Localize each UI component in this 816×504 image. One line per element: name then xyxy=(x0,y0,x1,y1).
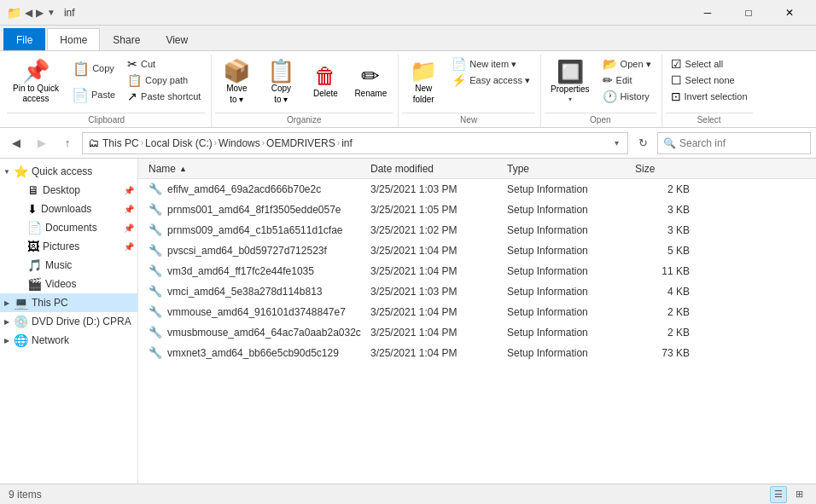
sidebar-item-videos[interactable]: 🎬 Videos xyxy=(0,275,137,293)
move-to-button[interactable]: 📦 Move to ▾ xyxy=(215,56,258,107)
file-type: Setup Information xyxy=(500,245,628,257)
col-header-date[interactable]: Date modified xyxy=(364,159,500,178)
properties-button[interactable]: 🔲 Properties ▾ xyxy=(545,56,596,107)
copy-path-button[interactable]: 📋 Copy path xyxy=(122,72,206,88)
desktop-pin: 📌 xyxy=(124,186,134,195)
table-row[interactable]: 🔧 vmusbmouse_amd64_64ac7a0aab2a032c 3/25… xyxy=(138,322,816,343)
select-label: Select xyxy=(666,113,753,127)
col-header-name[interactable]: Name ▲ xyxy=(142,159,364,178)
new-content: 📁 New folder 📄 New item ▾ ⚡ Easy access … xyxy=(402,55,535,113)
network-label: Network xyxy=(32,334,69,346)
search-box[interactable]: 🔍 xyxy=(657,132,811,154)
sidebar-item-this-pc[interactable]: ▶ 💻 This PC xyxy=(0,293,137,312)
ribbon-group-clipboard: 📌 Pin to Quickaccess 📋 Copy 📄 Paste ✂ Cu… xyxy=(3,55,212,127)
delete-button[interactable]: 🗑 Delete xyxy=(304,56,347,107)
file-icon: 🔧 xyxy=(149,305,162,318)
col-size-label: Size xyxy=(635,163,655,175)
address-windows[interactable]: Windows xyxy=(219,137,260,149)
sidebar-item-network[interactable]: ▶ 🌐 Network xyxy=(0,331,137,350)
file-rows-container: 🔧 efifw_amd64_69a2acd666b70e2c 3/25/2021… xyxy=(138,179,816,363)
pin-quick-access-button[interactable]: 📌 Pin to Quickaccess xyxy=(7,56,65,107)
sidebar-item-quick-access[interactable]: ▼ ⭐ Quick access xyxy=(0,162,137,181)
new-label: New xyxy=(402,113,535,127)
address-dropdown-button[interactable]: ▾ xyxy=(611,136,622,149)
select-all-button[interactable]: ☑ Select all xyxy=(666,56,753,72)
maximize-button[interactable]: □ xyxy=(729,0,768,26)
table-row[interactable]: 🔧 prnms001_amd64_8f1f3505edde057e 3/25/2… xyxy=(138,200,816,220)
tab-home[interactable]: Home xyxy=(47,28,100,50)
edit-button[interactable]: ✏ Edit xyxy=(597,72,656,88)
main-area: ▼ ⭐ Quick access 🖥 Desktop 📌 ⬇ Downloads… xyxy=(0,159,816,484)
sidebar-item-pictures[interactable]: 🖼 Pictures 📌 xyxy=(0,237,137,256)
sidebar-item-documents[interactable]: 📄 Documents 📌 xyxy=(0,218,137,237)
file-date: 3/25/2021 1:02 PM xyxy=(364,224,500,236)
file-type: Setup Information xyxy=(500,327,628,339)
tab-share[interactable]: Share xyxy=(100,28,153,50)
paste-shortcut-button[interactable]: ↗ Paste shortcut xyxy=(122,89,206,104)
select-none-button[interactable]: ☐ Select none xyxy=(666,72,753,88)
address-bar[interactable]: 🗂 This PC › Local Disk (C:) › Windows › … xyxy=(82,132,628,154)
quick-access-label: Quick access xyxy=(32,165,92,177)
file-date: 3/25/2021 1:03 PM xyxy=(364,286,500,298)
forward-button[interactable]: ▶ xyxy=(31,132,53,154)
this-pc-label: This PC xyxy=(32,297,68,309)
clipboard-small-col: ✂ Cut 📋 Copy path ↗ Paste shortcut xyxy=(122,56,206,104)
minimize-button[interactable]: ─ xyxy=(688,0,727,26)
cut-button[interactable]: ✂ Cut xyxy=(122,56,206,72)
music-icon: 🎵 xyxy=(27,258,42,272)
copy-to-button[interactable]: 📋 Copy to ▾ xyxy=(259,56,302,107)
col-header-type[interactable]: Type xyxy=(500,159,628,178)
sidebar-item-downloads[interactable]: ⬇ Downloads 📌 xyxy=(0,200,137,218)
copy-paste-col: 📋 Copy 📄 Paste xyxy=(67,56,120,108)
file-type: Setup Information xyxy=(500,347,628,359)
easy-access-icon: ⚡ xyxy=(452,73,466,87)
address-this-pc[interactable]: This PC xyxy=(102,137,139,149)
address-local-disk[interactable]: Local Disk (C:) xyxy=(145,137,213,149)
history-label: History xyxy=(621,91,650,101)
back-button[interactable]: ◀ xyxy=(5,132,27,154)
sidebar-item-dvd[interactable]: ▶ 💿 DVD Drive (D:) CPRA xyxy=(0,312,137,331)
select-col: ☑ Select all ☐ Select none ⊡ Invert sele… xyxy=(666,56,753,104)
address-oemdrivers[interactable]: OEMDRIVERS xyxy=(266,137,335,149)
copy-to-sub-label: to ▾ xyxy=(274,95,288,105)
table-row[interactable]: 🔧 vmxnet3_amd64_bb66e5cb90d5c129 3/25/20… xyxy=(138,343,816,363)
paste-button[interactable]: 📄 Paste xyxy=(67,83,120,108)
move-icon: 📦 xyxy=(223,60,250,82)
file-size: 11 KB xyxy=(628,265,697,277)
delete-icon: 🗑 xyxy=(314,65,336,87)
file-date: 3/25/2021 1:03 PM xyxy=(364,183,500,195)
new-item-button[interactable]: 📄 New item ▾ xyxy=(446,56,535,72)
new-folder-button[interactable]: 📁 New folder xyxy=(402,56,445,107)
file-size: 2 KB xyxy=(628,306,697,318)
open-button[interactable]: 📂 Open ▾ xyxy=(597,56,656,72)
refresh-button[interactable]: ↻ xyxy=(632,132,654,154)
copy-button[interactable]: 📋 Copy xyxy=(67,56,120,82)
sidebar-item-music[interactable]: 🎵 Music xyxy=(0,256,137,275)
invert-selection-button[interactable]: ⊡ Invert selection xyxy=(666,89,753,104)
address-inf[interactable]: inf xyxy=(341,137,353,149)
detail-view-button[interactable]: ⊞ xyxy=(790,486,807,503)
list-view-button[interactable]: ☰ xyxy=(770,486,787,503)
rename-button[interactable]: ✏ Rename xyxy=(348,56,393,107)
table-row[interactable]: 🔧 prnms009_amd64_c1b51a6511d1cfae 3/25/2… xyxy=(138,220,816,240)
table-row[interactable]: 🔧 pvscsi_amd64_b0d59727d712523f 3/25/202… xyxy=(138,240,816,261)
col-header-size[interactable]: Size xyxy=(628,159,697,178)
sidebar-item-desktop[interactable]: 🖥 Desktop 📌 xyxy=(0,181,137,200)
history-button[interactable]: 🕐 History xyxy=(597,89,656,104)
close-button[interactable]: ✕ xyxy=(770,0,809,26)
table-row[interactable]: 🔧 vm3d_amd64_ff17fc2e44fe1035 3/25/2021 … xyxy=(138,261,816,281)
open-content: 🔲 Properties ▾ 📂 Open ▾ ✏ Edit 🕐 History xyxy=(545,55,656,113)
table-row[interactable]: 🔧 efifw_amd64_69a2acd666b70e2c 3/25/2021… xyxy=(138,179,816,200)
table-row[interactable]: 🔧 vmci_amd64_5e38a278d114b813 3/25/2021 … xyxy=(138,281,816,302)
tab-view[interactable]: View xyxy=(153,28,201,50)
window-title: inf xyxy=(64,7,75,19)
file-size: 5 KB xyxy=(628,245,697,257)
videos-icon: 🎬 xyxy=(27,277,42,291)
new-small-col: 📄 New item ▾ ⚡ Easy access ▾ xyxy=(446,56,535,88)
table-row[interactable]: 🔧 vmmouse_amd64_916101d3748847e7 3/25/20… xyxy=(138,302,816,322)
up-button[interactable]: ↑ xyxy=(56,132,79,154)
file-date: 3/25/2021 1:04 PM xyxy=(364,265,500,277)
tab-file[interactable]: File xyxy=(3,28,45,50)
search-input[interactable] xyxy=(679,137,807,149)
easy-access-button[interactable]: ⚡ Easy access ▾ xyxy=(446,72,535,88)
